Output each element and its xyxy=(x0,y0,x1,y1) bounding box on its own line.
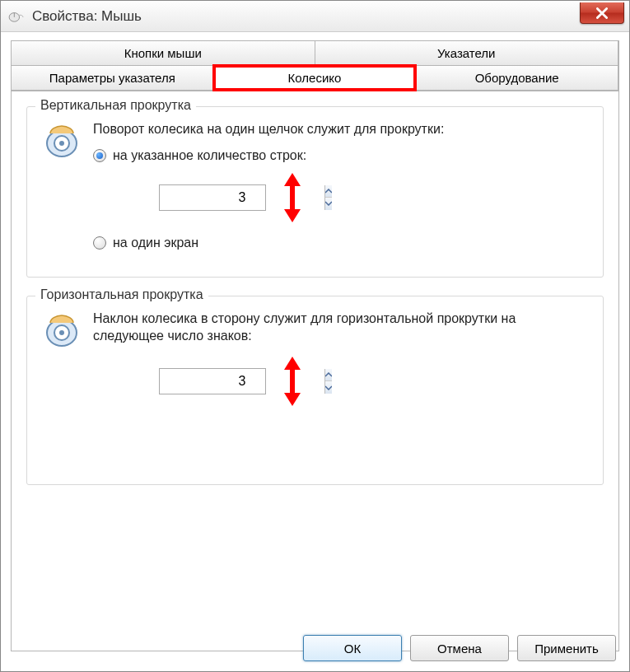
vertical-scroll-title: Вертикальная прокрутка xyxy=(35,98,196,113)
tab-strip: Кнопки мыши Указатели Параметры указател… xyxy=(11,40,619,91)
cancel-button[interactable]: Отмена xyxy=(410,635,509,661)
horizontal-scroll-group: Горизонтальная прокрутка Наклон колесика… xyxy=(26,296,604,485)
vertical-scroll-text: Поворот колесика на один щелчок служит д… xyxy=(93,120,588,138)
lines-spin-down[interactable] xyxy=(325,198,332,210)
radio-screen-label: на один экран xyxy=(113,236,198,250)
chevron-down-icon xyxy=(325,201,332,206)
tab-buttons[interactable]: Кнопки мыши xyxy=(11,40,315,66)
mouse-properties-window: Свойства: Мышь Кнопки мыши Указатели Пар… xyxy=(0,0,630,672)
svg-point-3 xyxy=(59,141,64,146)
titlebar: Свойства: Мышь xyxy=(1,1,629,32)
tab-panel-wheel: Вертикальная прокрутка Поворот колесика … xyxy=(11,91,619,651)
vertical-scroll-group: Вертикальная прокрутка Поворот колесика … xyxy=(26,106,604,278)
wheel-vertical-icon xyxy=(42,120,82,160)
lines-spin-up[interactable] xyxy=(325,185,332,198)
ok-button[interactable]: ОК xyxy=(303,635,402,661)
red-updown-arrows-icon xyxy=(281,171,304,224)
close-icon xyxy=(596,7,608,19)
chevron-up-icon xyxy=(325,372,332,377)
lines-spinner[interactable] xyxy=(159,184,266,211)
radio-lines-label: на указанное количество строк: xyxy=(113,148,306,163)
apply-button[interactable]: Применить xyxy=(517,635,616,661)
chars-spin-up[interactable] xyxy=(325,369,332,382)
radio-screen[interactable] xyxy=(93,236,106,250)
content-area: Кнопки мыши Указатели Параметры указател… xyxy=(1,32,629,661)
tab-pointers[interactable]: Указатели xyxy=(315,40,619,66)
horizontal-scroll-title: Горизонтальная прокрутка xyxy=(35,287,208,302)
close-button[interactable] xyxy=(580,2,624,24)
radio-lines-row[interactable]: на указанное количество строк: xyxy=(93,148,588,163)
horizontal-scroll-text: Наклон колесика в сторону служит для гор… xyxy=(93,310,588,345)
mouse-icon xyxy=(7,10,26,23)
tab-hardware[interactable]: Оборудование xyxy=(415,65,618,91)
chars-spin-down[interactable] xyxy=(325,381,332,394)
chevron-down-icon xyxy=(325,385,332,390)
tab-pointer-options[interactable]: Параметры указателя xyxy=(11,65,214,91)
tab-wheel[interactable]: Колесико xyxy=(213,65,417,91)
chevron-up-icon xyxy=(325,189,332,194)
svg-point-6 xyxy=(59,330,64,335)
radio-lines[interactable] xyxy=(93,149,106,162)
dialog-buttons: ОК Отмена Применить xyxy=(303,635,616,661)
chars-spinner[interactable] xyxy=(159,368,266,394)
red-updown-arrows-icon xyxy=(281,355,304,408)
radio-screen-row[interactable]: на один экран xyxy=(93,236,588,250)
window-title: Свойства: Мышь xyxy=(32,8,142,25)
wheel-horizontal-icon xyxy=(42,310,82,349)
